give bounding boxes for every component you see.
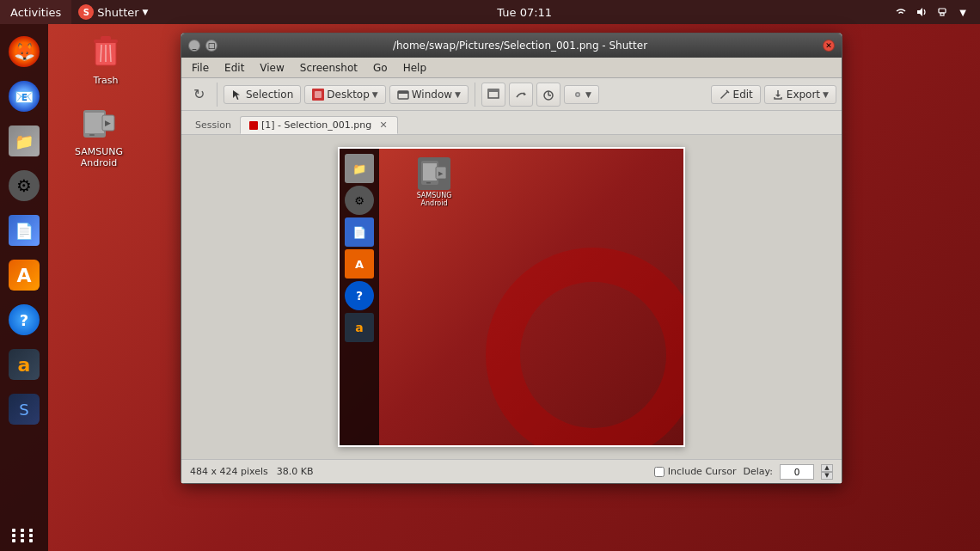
firefox-icon: 🦊 (9, 36, 40, 67)
timer-button[interactable] (536, 83, 560, 107)
edit-button[interactable]: Edit (711, 85, 761, 104)
desktop-button[interactable]: Desktop ▼ (304, 85, 385, 104)
amazon-icon: a (9, 349, 40, 380)
topbar-system-icons: ▼ (894, 5, 980, 19)
desktop-dropdown-arrow: ▼ (372, 90, 378, 99)
sidebar-item-shutter[interactable]: S (3, 389, 45, 430)
sidebar-item-settings[interactable]: ⚙ (3, 165, 45, 206)
desktop: Activities S Shutter ▼ Tue 07:11 ▼ 🦊 (0, 0, 980, 551)
spinner-up-button[interactable]: ▲ (821, 464, 833, 472)
activities-button[interactable]: Activities (0, 0, 71, 24)
sidebar-item-filemanager[interactable]: 📁 (3, 120, 45, 162)
screenshot-image: 📁 ⚙ 📄 A ? a ▶ SAMSUNGAndroid (340, 149, 683, 445)
desktop-icon-samsung[interactable]: ▶ SAMSUNGAndroid (64, 103, 133, 168)
toolbar: ↻ Selection Desktop ▼ (181, 78, 842, 111)
export-icon (772, 89, 784, 101)
toolbar-sep2 (475, 83, 475, 107)
export-label: Export (787, 89, 820, 101)
menu-screenshot[interactable]: Screenshot (293, 60, 364, 76)
help-icon: ? (9, 304, 40, 335)
sidebar-item-appstore[interactable]: A (3, 254, 45, 296)
window-dropdown-arrow: ▼ (455, 90, 461, 99)
content-area: 📁 ⚙ 📄 A ? a ▶ SAMSUNGAndroid (181, 135, 842, 459)
window-close-button[interactable]: ✕ (823, 40, 835, 52)
sidebar-item-thunderbird[interactable]: 📧 (3, 76, 45, 117)
preview-sidebar: 📁 ⚙ 📄 A ? a (340, 149, 379, 445)
menu-help[interactable]: Help (396, 60, 433, 76)
include-cursor-text: Include Cursor (668, 466, 737, 477)
include-cursor-checkbox[interactable] (654, 467, 665, 477)
spinner-down-button[interactable]: ▼ (821, 472, 833, 480)
menu-view[interactable]: View (253, 60, 291, 76)
shutter-app-icon: S (9, 394, 40, 425)
refresh-button[interactable]: ↻ (187, 83, 211, 107)
samsung-icon: ▶ (78, 103, 119, 144)
wifi-icon (894, 5, 908, 19)
sidebar-item-writer[interactable]: 📄 (3, 210, 45, 251)
tab-close-button[interactable]: ✕ (378, 120, 389, 131)
shutter-icon: S (78, 4, 94, 20)
menu-file[interactable]: File (185, 60, 216, 76)
preview-samsung-icon: ▶ SAMSUNGAndroid (408, 157, 460, 207)
apps-dot (12, 534, 15, 537)
apps-dot (21, 539, 24, 542)
window-maximize-button[interactable]: □ (205, 40, 217, 52)
svg-rect-5 (101, 36, 111, 40)
svg-line-8 (110, 45, 111, 62)
cursor-icon (231, 89, 243, 101)
export-button[interactable]: Export ▼ (764, 85, 836, 104)
sidebar-item-amazon[interactable]: a (3, 344, 45, 385)
fullscreen-button[interactable] (481, 83, 505, 107)
dimensions-label: 484 x 424 pixels (190, 466, 268, 477)
apps-drawer-button[interactable] (12, 529, 36, 542)
preview-amazon-icon: a (345, 313, 374, 342)
screenshot-tab[interactable]: [1] - Selection_001.png ✕ (240, 116, 398, 134)
window-title: /home/swap/Pictures/Selection_001.png - … (223, 40, 818, 52)
edit-icon (719, 89, 731, 101)
svg-marker-18 (524, 92, 526, 95)
apps-dot (29, 529, 33, 532)
preview-samsung-label: SAMSUNGAndroid (417, 192, 452, 207)
statusbar-right: Include Cursor Delay: ▲ ▼ (654, 464, 833, 480)
svg-point-23 (576, 93, 579, 95)
thunderbird-icon: 📧 (9, 81, 40, 112)
selection-label: Selection (246, 89, 293, 101)
svg-marker-0 (917, 8, 922, 16)
samsung-label: SAMSUNGAndroid (75, 146, 123, 168)
delay-spinner: ▲ ▼ (821, 464, 833, 480)
svg-line-6 (101, 45, 101, 62)
screenshot-preview: 📁 ⚙ 📄 A ? a ▶ SAMSUNGAndroid (338, 147, 685, 447)
selection-button[interactable]: Selection (224, 85, 301, 104)
settings-icon: ⚙ (9, 170, 40, 201)
svg-rect-1 (939, 9, 946, 13)
edit-label: Edit (733, 89, 753, 101)
filesize-label: 38.0 KB (277, 466, 314, 477)
menu-go[interactable]: Go (366, 60, 395, 76)
shutter-window: _ □ /home/swap/Pictures/Selection_001.pn… (181, 33, 842, 484)
trash-label: Trash (93, 75, 118, 86)
preview-help-icon: ? (345, 281, 374, 310)
camera-mode-button[interactable]: ▼ (564, 85, 599, 104)
apps-dot (12, 539, 15, 542)
system-menu-icon[interactable]: ▼ (956, 5, 970, 19)
menu-edit[interactable]: Edit (217, 60, 251, 76)
sidebar: 🦊 📧 📁 ⚙ 📄 A ? a S (0, 24, 48, 551)
desktop-icon-trash[interactable]: Trash (71, 32, 140, 86)
sidebar-item-help[interactable]: ? (3, 299, 45, 340)
window-minimize-button[interactable]: _ (188, 40, 200, 52)
apps-dot (29, 534, 33, 537)
delay-label: Delay: (744, 466, 773, 477)
svg-rect-11 (89, 134, 95, 136)
svg-rect-2 (940, 13, 944, 15)
delay-input[interactable] (780, 464, 814, 480)
tab-color-indicator (249, 121, 258, 130)
session-tab[interactable]: Session (187, 117, 240, 134)
apps-dot (21, 529, 24, 532)
preview-settings-icon: ⚙ (345, 186, 374, 215)
redo-button[interactable] (509, 83, 533, 107)
preview-filemanager-icon: 📁 (345, 154, 374, 183)
sidebar-item-firefox[interactable]: 🦊 (3, 31, 45, 72)
apps-dot (29, 539, 33, 542)
window-button[interactable]: Window ▼ (389, 85, 469, 104)
window-icon (397, 89, 409, 101)
